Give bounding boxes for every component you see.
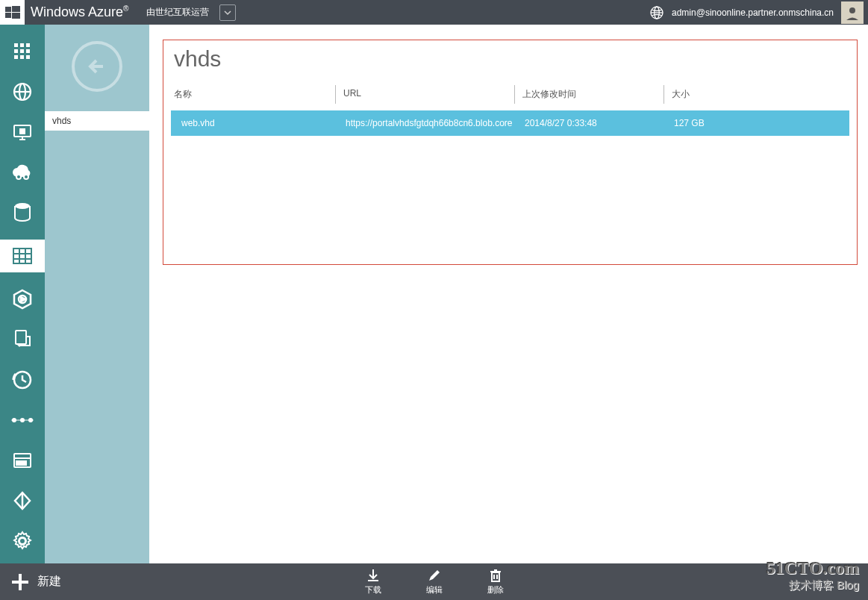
svg-rect-59 (12, 581, 28, 584)
column-header-size[interactable]: 大小 (664, 85, 849, 104)
svg-rect-13 (14, 49, 18, 53)
svg-rect-62 (492, 572, 499, 581)
nav-all-items[interactable] (9, 38, 36, 65)
delete-button[interactable]: 删除 (487, 568, 504, 596)
svg-rect-17 (20, 55, 24, 59)
nav-scheduler[interactable] (9, 366, 36, 393)
nav-dropdown-button[interactable] (219, 4, 236, 21)
svg-point-7 (849, 7, 855, 13)
secondary-nav-column: vhds (45, 25, 149, 563)
nav-sql-databases[interactable]: DB (9, 199, 36, 226)
svg-rect-51 (16, 461, 19, 465)
nav-settings[interactable] (9, 528, 36, 554)
download-icon (366, 568, 381, 583)
svg-rect-11 (20, 43, 24, 47)
user-email[interactable]: admin@sinoonline.partner.onmschina.cn (672, 7, 834, 18)
nav-active-directory[interactable] (9, 487, 36, 514)
left-nav-rail: DB (0, 25, 45, 563)
svg-rect-14 (20, 49, 24, 53)
svg-rect-32 (13, 249, 31, 263)
column-header-name[interactable]: 名称 (171, 85, 335, 104)
new-button-label: 新建 (37, 574, 61, 590)
svg-text:DB: DB (18, 211, 28, 219)
svg-rect-53 (24, 461, 26, 465)
nav-networks[interactable] (9, 407, 36, 434)
page-title: vhds (174, 46, 849, 72)
svg-rect-16 (14, 55, 18, 59)
svg-rect-52 (20, 461, 22, 465)
windows-logo-icon (0, 0, 25, 25)
trash-icon (488, 568, 503, 583)
nav-cloud-services[interactable] (9, 159, 36, 186)
svg-rect-25 (20, 129, 25, 134)
nav-service-bus[interactable] (9, 326, 36, 353)
cell-modified: 2014/8/27 0:33:48 (514, 118, 664, 128)
new-button[interactable]: 新建 (0, 572, 61, 592)
table-header: 名称 URL 上次修改时间 大小 (171, 85, 849, 104)
nav-traffic-manager[interactable] (9, 447, 36, 474)
pencil-icon (427, 568, 442, 583)
bottom-command-bar: 新建 下载 编辑 删除 (0, 563, 868, 600)
download-button[interactable]: 下载 (365, 568, 381, 596)
download-label: 下载 (365, 584, 381, 596)
back-button[interactable] (72, 41, 122, 92)
svg-rect-10 (14, 43, 18, 47)
svg-rect-15 (26, 49, 30, 53)
svg-point-56 (19, 538, 25, 544)
nav-websites[interactable] (9, 78, 36, 105)
svg-rect-2 (5, 13, 11, 18)
svg-rect-3 (12, 13, 20, 19)
svg-marker-39 (21, 297, 25, 301)
column-header-url[interactable]: URL (335, 85, 514, 104)
svg-point-30 (15, 203, 30, 209)
user-avatar-icon[interactable] (841, 1, 864, 24)
cell-name: web.vhd (171, 118, 335, 128)
svg-rect-40 (16, 331, 26, 344)
cell-size: 127 GB (664, 118, 849, 128)
svg-rect-0 (5, 7, 11, 12)
chevron-down-icon (223, 8, 232, 17)
svg-rect-1 (12, 6, 20, 12)
table-row[interactable]: web.vhd https://portalvhdsfgtdqh66b8cn6.… (171, 110, 849, 136)
cell-url: https://portalvhdsfgtdqh66b8cn6.blob.cor… (335, 118, 514, 128)
delete-label: 删除 (487, 584, 504, 596)
nav-storage[interactable] (0, 240, 45, 272)
plus-icon (10, 572, 30, 592)
brand-subtitle: 由世纪互联运营 (146, 6, 209, 19)
brand-title: Windows Azure® (31, 4, 128, 20)
edit-button[interactable]: 编辑 (426, 568, 443, 596)
top-bar: Windows Azure® 由世纪互联运营 admin@sinoonline.… (0, 0, 868, 25)
main-content: vhds 名称 URL 上次修改时间 大小 web.vhd https://po… (149, 25, 868, 563)
svg-rect-18 (26, 55, 30, 59)
edit-label: 编辑 (426, 584, 443, 596)
globe-icon[interactable] (649, 5, 664, 20)
nav-virtual-machines[interactable] (9, 119, 36, 146)
secondary-nav-item-vhds[interactable]: vhds (45, 111, 149, 131)
svg-rect-12 (26, 43, 30, 47)
content-panel: vhds 名称 URL 上次修改时间 大小 web.vhd https://po… (163, 40, 858, 265)
nav-media-services[interactable] (9, 286, 36, 313)
column-header-modified[interactable]: 上次修改时间 (514, 85, 664, 104)
